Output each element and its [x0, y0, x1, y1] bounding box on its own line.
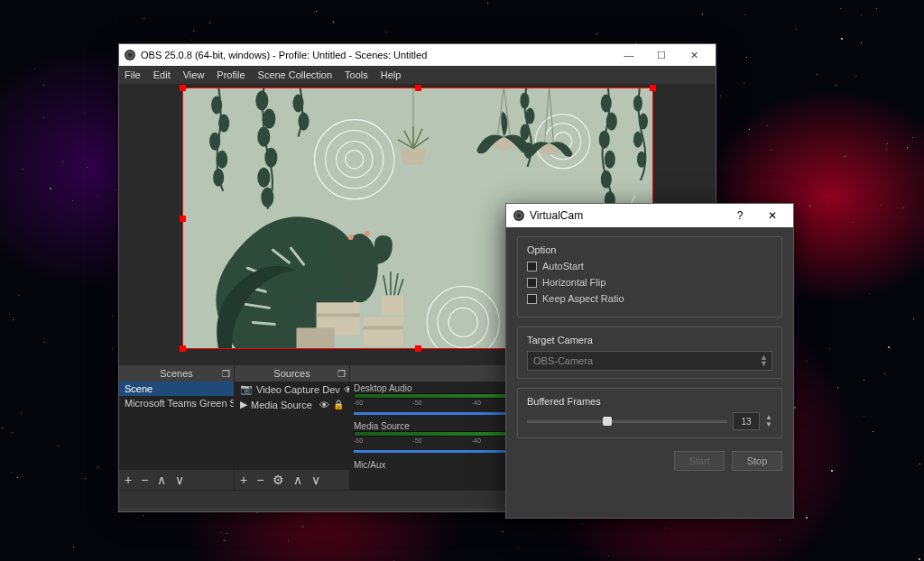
svg-point-54 — [347, 235, 353, 240]
svg-rect-50 — [363, 317, 402, 345]
svg-point-31 — [604, 151, 614, 169]
svg-rect-49 — [316, 313, 359, 317]
svg-point-21 — [261, 188, 273, 207]
menu-profile[interactable]: Profile — [217, 69, 245, 80]
buffered-frames-group: Buffered Frames 13 ▲▼ — [517, 388, 782, 438]
obs-logo-icon — [513, 210, 524, 221]
svg-point-17 — [263, 109, 275, 129]
minimize-button[interactable]: — — [613, 44, 645, 66]
svg-point-30 — [598, 131, 609, 149]
camera-icon: 📷 — [240, 383, 253, 395]
scene-up-button[interactable]: ∧ — [157, 473, 166, 487]
svg-point-16 — [255, 90, 268, 110]
source-item[interactable]: 📷 Video Capture Dev 👁 🔒 — [235, 382, 349, 397]
svg-point-34 — [633, 95, 642, 111]
horizontal-flip-label: Horizontal Flip — [542, 277, 605, 288]
source-item[interactable]: ▶ Media Source 👁 🔒 — [235, 397, 349, 412]
scene-item[interactable]: Microsoft Teams Green Screen — [119, 396, 234, 410]
svg-point-25 — [525, 108, 534, 124]
buffered-frames-slider[interactable] — [527, 420, 727, 423]
svg-point-28 — [600, 94, 611, 112]
visibility-toggle[interactable]: 👁 — [319, 400, 329, 410]
close-button[interactable]: ✕ — [678, 44, 710, 66]
obs-titlebar[interactable]: OBS 25.0.8 (64-bit, windows) - Profile: … — [119, 44, 716, 66]
svg-point-20 — [257, 168, 270, 188]
svg-point-24 — [520, 92, 529, 108]
source-settings-button[interactable]: ⚙ — [273, 473, 284, 487]
remove-scene-button[interactable]: − — [141, 473, 148, 487]
virtualcam-titlebar[interactable]: VirtualCam ? ✕ — [506, 204, 793, 227]
obs-logo-icon — [125, 50, 135, 60]
menu-edit[interactable]: Edit — [153, 69, 171, 80]
buffered-frames-label: Buffered Frames — [527, 396, 772, 407]
svg-point-18 — [257, 127, 270, 147]
sources-panel: Sources❐ 📷 Video Capture Dev 👁 🔒 ▶ Media… — [235, 365, 350, 490]
svg-point-35 — [638, 114, 647, 130]
source-down-button[interactable]: ∨ — [311, 473, 320, 487]
buffered-frames-value: 13 — [733, 412, 760, 430]
autostart-label: AutoStart — [542, 261, 584, 271]
media-icon: ▶ — [240, 399, 247, 410]
visibility-toggle[interactable]: 👁 — [344, 384, 349, 395]
close-button[interactable]: ✕ — [759, 209, 786, 222]
svg-rect-51 — [363, 326, 402, 329]
lock-icon[interactable]: 🔒 — [333, 400, 344, 409]
chevron-updown-icon: ▲▼ — [760, 354, 768, 367]
menu-scene-collection[interactable]: Scene Collection — [258, 69, 333, 80]
target-camera-group: Target Camera OBS-Camera ▲▼ — [517, 326, 782, 379]
virtualcam-dialog: VirtualCam ? ✕ Option AutoStart Horizont… — [505, 203, 794, 519]
popout-icon[interactable]: ❐ — [222, 369, 230, 379]
add-scene-button[interactable]: + — [125, 473, 132, 487]
track-label: Desktop Audio — [354, 383, 412, 393]
svg-point-29 — [605, 113, 616, 131]
menu-help[interactable]: Help — [381, 69, 402, 80]
keep-aspect-checkbox[interactable] — [527, 294, 537, 304]
virtualcam-title: VirtualCam — [530, 209, 721, 222]
menu-file[interactable]: File — [125, 69, 141, 80]
target-camera-label: Target Camera — [527, 335, 772, 345]
svg-point-53 — [341, 234, 377, 302]
scene-item[interactable]: Scene — [119, 382, 234, 396]
obs-window-title: OBS 25.0.8 (64-bit, windows) - Profile: … — [141, 50, 427, 60]
svg-point-11 — [211, 96, 222, 114]
obs-menubar: File Edit View Profile Scene Collection … — [119, 66, 716, 84]
svg-point-23 — [298, 113, 309, 131]
svg-point-36 — [633, 132, 642, 148]
svg-point-12 — [218, 115, 229, 133]
svg-point-13 — [209, 133, 220, 151]
horizontal-flip-checkbox[interactable] — [527, 278, 537, 288]
svg-point-22 — [292, 94, 303, 112]
popout-icon[interactable]: ❐ — [337, 369, 346, 379]
start-button[interactable]: Start — [674, 451, 725, 471]
autostart-checkbox[interactable] — [527, 262, 537, 271]
svg-point-55 — [364, 231, 369, 236]
option-label: Option — [527, 244, 772, 255]
source-up-button[interactable]: ∧ — [293, 473, 302, 487]
svg-point-14 — [217, 151, 227, 169]
spin-down-button[interactable]: ▼ — [765, 421, 772, 428]
scenes-header: Scenes — [160, 368, 193, 379]
svg-rect-52 — [296, 327, 334, 349]
svg-point-37 — [636, 152, 645, 168]
option-group: Option AutoStart Horizontal Flip Keep As… — [517, 236, 782, 317]
maximize-button[interactable]: ☐ — [645, 44, 678, 66]
target-camera-select[interactable]: OBS-Camera ▲▼ — [527, 351, 772, 371]
stop-button[interactable]: Stop — [732, 451, 782, 471]
track-label: Media Source — [354, 421, 410, 431]
svg-point-32 — [600, 170, 611, 189]
svg-point-15 — [213, 169, 224, 187]
keep-aspect-label: Keep Aspect Ratio — [542, 293, 624, 304]
help-button[interactable]: ? — [726, 209, 753, 222]
menu-tools[interactable]: Tools — [345, 69, 368, 80]
add-source-button[interactable]: + — [240, 473, 247, 487]
scene-down-button[interactable]: ∨ — [175, 473, 184, 487]
svg-rect-56 — [381, 295, 402, 315]
menu-view[interactable]: View — [183, 69, 205, 80]
scenes-panel: Scenes❐ Scene Microsoft Teams Green Scre… — [119, 365, 235, 490]
svg-point-19 — [264, 148, 277, 168]
sources-header: Sources — [273, 368, 310, 379]
track-label: Mic/Aux — [354, 460, 386, 470]
remove-source-button[interactable]: − — [256, 473, 263, 487]
